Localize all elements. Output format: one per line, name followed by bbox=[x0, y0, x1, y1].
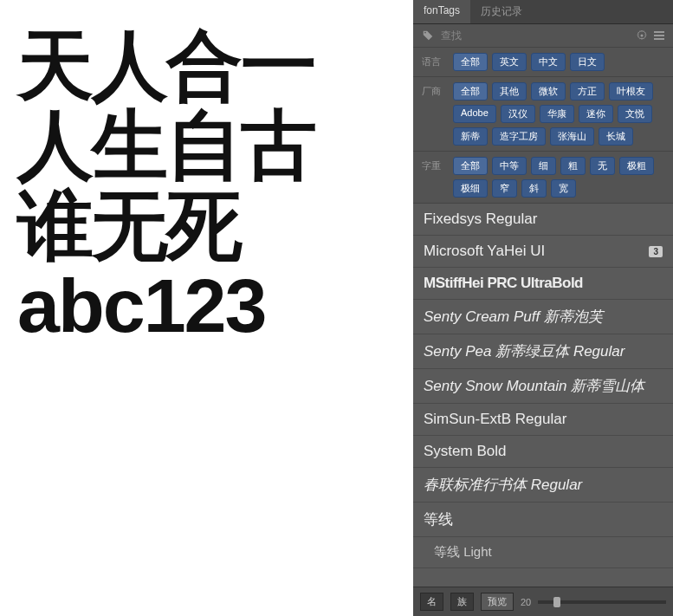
size-slider[interactable] bbox=[538, 600, 666, 604]
font-list[interactable]: Fixedsys RegularMicrosoft YaHei UI3MStif… bbox=[413, 204, 673, 587]
pill-无[interactable]: 无 bbox=[590, 157, 615, 175]
bottom-bar: 名 族 预览 20 bbox=[413, 587, 673, 616]
pill-细[interactable]: 细 bbox=[531, 157, 556, 175]
svg-rect-3 bbox=[654, 38, 664, 40]
pill-中文[interactable]: 中文 bbox=[531, 53, 566, 71]
pill-日文[interactable]: 日文 bbox=[570, 53, 605, 71]
font-name: SimSun-ExtB Regular bbox=[424, 411, 566, 428]
menu-icon[interactable] bbox=[654, 30, 664, 41]
font-item[interactable]: Senty Pea 新蒂绿豆体 Regular bbox=[413, 334, 673, 369]
pill-长城[interactable]: 长城 bbox=[599, 127, 633, 146]
font-name: System Bold bbox=[424, 443, 506, 460]
preview-button[interactable]: 预览 bbox=[481, 593, 514, 611]
pill-全部[interactable]: 全部 bbox=[453, 157, 488, 175]
name-button[interactable]: 名 bbox=[420, 593, 443, 611]
settings-icon[interactable] bbox=[637, 30, 647, 41]
filter-label-weight: 字重 bbox=[422, 157, 444, 198]
pill-Adobe[interactable]: Adobe bbox=[453, 105, 496, 123]
pills-weight: 全部中等细粗无极粗极细窄斜宽 bbox=[453, 157, 664, 198]
filter-weight: 字重 全部中等细粗无极粗极细窄斜宽 bbox=[413, 152, 673, 204]
font-item[interactable]: Senty Snow Mountain 新蒂雪山体 bbox=[413, 369, 673, 404]
font-item[interactable]: Fixedsys Regular bbox=[413, 204, 673, 236]
font-name: MStiffHei PRC UltraBold bbox=[424, 275, 583, 292]
pill-张海山[interactable]: 张海山 bbox=[550, 127, 594, 146]
pill-英文[interactable]: 英文 bbox=[492, 53, 527, 71]
pill-汉仪[interactable]: 汉仪 bbox=[501, 105, 535, 123]
font-item[interactable]: MStiffHei PRC UltraBold bbox=[413, 268, 673, 300]
svg-rect-2 bbox=[654, 35, 664, 36]
font-name: Microsoft YaHei UI bbox=[424, 243, 545, 260]
pill-文悦[interactable]: 文悦 bbox=[618, 105, 652, 123]
count-badge: 3 bbox=[649, 246, 663, 257]
filter-label-language: 语言 bbox=[422, 53, 444, 71]
font-name: 等线 bbox=[424, 509, 453, 529]
pill-微软[interactable]: 微软 bbox=[531, 82, 566, 101]
font-item[interactable]: System Bold bbox=[413, 436, 673, 468]
font-name: 等线 Light bbox=[434, 544, 492, 561]
pill-斜[interactable]: 斜 bbox=[521, 179, 547, 198]
panel-tabs: fonTags历史记录 bbox=[413, 0, 673, 24]
font-item[interactable]: 春联标准行书体 Regular bbox=[413, 468, 673, 503]
font-name: Fixedsys Regular bbox=[424, 211, 537, 228]
font-item[interactable]: 等线 bbox=[413, 503, 673, 537]
pills-language: 全部英文中文日文 bbox=[453, 53, 605, 71]
search-input[interactable] bbox=[441, 29, 630, 42]
font-item[interactable]: SimSun-ExtB Regular bbox=[413, 404, 673, 436]
filter-vendor: 厂商 全部其他微软方正叶根友Adobe汉仪华康迷你文悦新蒂造字工房张海山长城 bbox=[413, 77, 673, 152]
pill-宽[interactable]: 宽 bbox=[551, 179, 576, 198]
size-value: 20 bbox=[521, 597, 531, 607]
filter-language: 语言 全部英文中文日文 bbox=[413, 48, 673, 77]
pill-方正[interactable]: 方正 bbox=[570, 82, 605, 101]
font-name: Senty Cream Puff 新蒂泡芙 bbox=[424, 307, 603, 327]
pill-粗[interactable]: 粗 bbox=[560, 157, 586, 175]
pill-极粗[interactable]: 极粗 bbox=[619, 157, 654, 175]
slider-thumb[interactable] bbox=[553, 597, 560, 607]
tab-fonTags[interactable]: fonTags bbox=[413, 0, 470, 23]
pill-华康[interactable]: 华康 bbox=[540, 105, 574, 123]
svg-rect-1 bbox=[654, 31, 664, 33]
pill-全部[interactable]: 全部 bbox=[453, 53, 488, 71]
pill-其他[interactable]: 其他 bbox=[492, 82, 527, 101]
font-name: Senty Snow Mountain 新蒂雪山体 bbox=[424, 376, 644, 396]
tab-历史记录[interactable]: 历史记录 bbox=[470, 0, 533, 23]
tag-icon bbox=[422, 29, 434, 42]
pill-新蒂[interactable]: 新蒂 bbox=[453, 127, 488, 146]
pill-叶根友[interactable]: 叶根友 bbox=[609, 82, 653, 101]
pill-造字工房[interactable]: 造字工房 bbox=[492, 127, 546, 146]
family-button[interactable]: 族 bbox=[450, 593, 474, 611]
pill-中等[interactable]: 中等 bbox=[492, 157, 527, 175]
search-row bbox=[413, 24, 673, 48]
font-name: Senty Pea 新蒂绿豆体 Regular bbox=[424, 341, 624, 361]
font-item[interactable]: 等线 Light bbox=[413, 537, 673, 568]
font-name: 春联标准行书体 Regular bbox=[424, 475, 582, 495]
pill-窄[interactable]: 窄 bbox=[492, 179, 517, 198]
font-item[interactable]: Microsoft YaHei UI3 bbox=[413, 236, 673, 268]
pill-全部[interactable]: 全部 bbox=[453, 82, 488, 101]
font-panel: fonTags历史记录 语言 全部英文中文日文 厂商 全部其他微软方正叶根友Ad… bbox=[413, 0, 673, 616]
preview-area: 天人合一人生自古谁无死abc123 bbox=[0, 0, 413, 616]
pill-极细[interactable]: 极细 bbox=[453, 179, 488, 198]
font-item[interactable]: Senty Cream Puff 新蒂泡芙 bbox=[413, 300, 673, 334]
svg-point-0 bbox=[641, 35, 644, 37]
pill-迷你[interactable]: 迷你 bbox=[579, 105, 613, 123]
filter-label-vendor: 厂商 bbox=[422, 82, 444, 146]
preview-text: 天人合一人生自古谁无死abc123 bbox=[17, 26, 396, 347]
pills-vendor: 全部其他微软方正叶根友Adobe汉仪华康迷你文悦新蒂造字工房张海山长城 bbox=[453, 82, 664, 146]
